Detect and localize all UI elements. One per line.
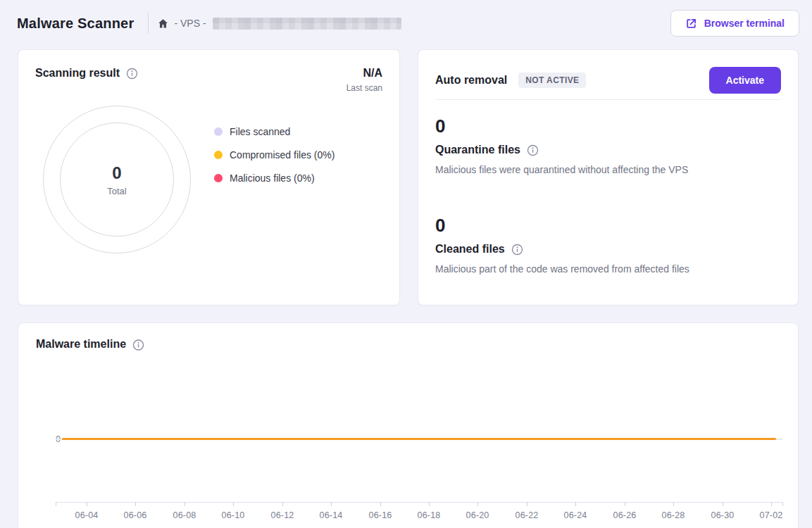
info-icon[interactable] [132,339,144,351]
legend-label: Compromised files (0%) [230,149,335,161]
scan-total-value: 0 [112,163,121,183]
browser-terminal-label: Browser terminal [704,18,785,29]
legend-dot [214,127,223,136]
cleaned-files-value: 0 [435,215,781,236]
quarantine-files-description: Malicious files were quarantined without… [435,164,781,175]
x-axis-label: 06-26 [613,510,637,520]
info-icon[interactable] [527,144,539,156]
top-bar: Malware Scanner - VPS - Browser terminal [0,0,812,46]
x-axis-label: 06-12 [271,510,294,520]
browser-terminal-button[interactable]: Browser terminal [670,10,799,37]
malware-timeline-card: Malware timeline 0 06-0406-0606-0806-100… [18,322,799,528]
cleaned-files-label: Cleaned files [435,243,505,256]
x-axis-tick [282,502,283,506]
x-axis-tick [56,502,56,506]
breadcrumb-hostname-redacted [213,18,401,30]
scan-donut-chart: 0 Total [43,106,191,253]
x-axis-tick [380,502,381,506]
last-scan-value: N/A [346,67,382,80]
x-axis-label: 06-24 [564,510,587,520]
breadcrumb[interactable]: - VPS - [157,18,401,30]
x-axis-label: 06-04 [75,510,99,520]
x-axis-label: 06-14 [320,510,343,520]
last-scan-block: N/A Last scan [346,67,382,93]
x-axis-tick [782,502,783,506]
auto-removal-title: Auto removal [435,74,507,87]
home-icon[interactable] [157,18,169,30]
legend-item-compromised-files: Compromised files (0%) [214,148,335,162]
quarantine-files-label: Quarantine files [435,144,520,156]
x-axis-tick [673,502,674,506]
card-divider [435,99,781,100]
cleaned-files-description: Malicious part of the code was removed f… [435,263,781,275]
info-icon[interactable] [126,68,138,80]
info-icon[interactable] [511,244,523,256]
header-divider [148,13,149,34]
x-axis-tick [429,502,430,506]
scan-legend: Files scanned Compromised files (0%) Mal… [214,125,335,185]
x-axis-label: 06-18 [418,510,441,520]
x-axis-label: 06-10 [222,510,245,520]
x-axis-tick [575,502,576,506]
page-title: Malware Scanner [17,15,134,32]
x-axis-tick [185,502,185,506]
timeline-series-line [62,438,776,440]
x-axis-tick [331,502,332,506]
last-scan-label: Last scan [346,83,382,93]
x-axis-label: 06-06 [124,510,147,520]
status-badge: NOT ACTIVE [518,73,586,88]
x-axis-tick [233,502,234,506]
breadcrumb-vps-label: - VPS - [174,18,206,29]
top-cards-row: Scanning result N/A Last scan 0 Total Fi… [18,49,799,306]
auto-removal-card: Auto removal NOT ACTIVE Activate 0 Quara… [418,49,799,306]
legend-label: Files scanned [230,126,290,137]
quarantine-files-stat: 0 Quarantine files Malicious files were … [435,115,781,175]
scan-donut-center: 0 Total [60,122,174,237]
legend-item-files-scanned: Files scanned [214,125,335,139]
cleaned-files-stat: 0 Cleaned files Malicious part of the co… [435,215,781,275]
scanning-result-card: Scanning result N/A Last scan 0 Total Fi… [18,49,400,306]
x-axis-tick [527,502,527,506]
x-axis-label: 06-22 [516,510,539,520]
activate-button[interactable]: Activate [709,67,781,94]
legend-dot [214,151,223,159]
x-axis-tick [771,502,772,506]
scanning-result-title: Scanning result [35,67,120,80]
x-axis-label: 06-16 [369,510,392,520]
malware-timeline-title-row: Malware timeline [36,338,144,351]
legend-label: Malicious files (0%) [230,172,315,184]
x-axis-label: 07-02 [760,510,783,520]
legend-item-malicious-files: Malicious files (0%) [214,171,335,185]
x-axis-tick [135,502,136,506]
x-axis-tick [723,502,723,506]
x-axis-tick [477,502,478,506]
external-link-icon [685,18,697,30]
scanning-result-title-row: Scanning result [35,67,138,80]
scan-total-label: Total [107,186,126,196]
x-axis-tick [625,502,625,506]
legend-dot [214,174,223,182]
quarantine-files-value: 0 [435,115,781,137]
x-axis-tick [87,502,87,506]
x-axis-label: 06-20 [466,510,489,520]
malware-timeline-title: Malware timeline [36,338,126,351]
x-axis-label: 06-28 [662,510,685,520]
x-axis-label: 06-08 [173,510,196,520]
x-axis-label: 06-30 [711,510,735,520]
